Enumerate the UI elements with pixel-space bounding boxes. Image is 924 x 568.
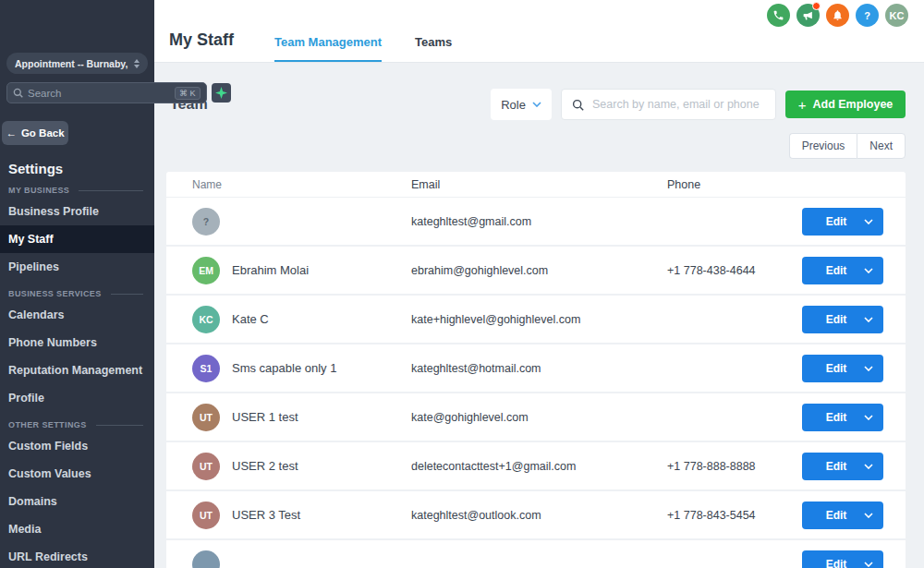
chevron-down-icon	[864, 415, 873, 420]
megaphone-icon-button[interactable]	[796, 4, 820, 27]
table-row: UT USER 2 test deletecontacttest+1@gmail…	[166, 442, 906, 491]
plus-icon: +	[798, 98, 807, 112]
sidebar-search-input[interactable]	[28, 88, 170, 99]
bell-icon-button[interactable]	[826, 4, 849, 27]
sidebar-item-media[interactable]: Media	[0, 515, 154, 543]
edit-button[interactable]: Edit	[802, 257, 883, 284]
sidebar-item-custom-values[interactable]: Custom Values	[0, 460, 154, 488]
staff-email: kateghltest@hotmail.com	[411, 362, 667, 375]
settings-title: Settings	[8, 161, 154, 176]
tab-team-management[interactable]: Team Management	[274, 35, 382, 62]
search-icon	[13, 88, 23, 98]
edit-button[interactable]: Edit	[802, 453, 883, 480]
table-body: ? kateghltest@gmail.com Edit EM Ebrahim …	[166, 198, 906, 568]
column-header-phone: Phone	[667, 178, 802, 191]
go-back-button[interactable]: ← Go Back	[2, 121, 68, 145]
row-avatar: EM	[192, 257, 220, 284]
content-area: Team Role + Add Employee	[154, 63, 924, 568]
edit-button[interactable]: Edit	[802, 550, 883, 568]
edit-button[interactable]: Edit	[802, 355, 883, 382]
staff-email: kate+highlevel@gohighlevel.com	[411, 313, 667, 326]
chevron-down-icon	[864, 562, 873, 567]
next-button[interactable]: Next	[857, 133, 906, 159]
chevron-down-icon	[864, 317, 873, 322]
staff-email: kateghltest@outlook.com	[411, 509, 667, 522]
sidebar-item-pipelines[interactable]: Pipelines	[0, 253, 154, 281]
row-avatar: ?	[192, 208, 220, 236]
tab-teams[interactable]: Teams	[415, 35, 452, 62]
table-row: UT USER 1 test kate@gohighlevel.com Edit	[166, 393, 906, 442]
chevron-down-icon	[864, 513, 873, 518]
staff-name: USER 3 Test	[232, 508, 300, 522]
sparkle-icon	[215, 87, 227, 99]
keyboard-shortcut-badge: ⌘ K	[175, 87, 201, 100]
table-row: EM Ebrahim Molai ebrahim@gohighlevel.com…	[166, 247, 906, 296]
sidebar-sections: MY BUSINESSBusiness ProfileMy StaffPipel…	[0, 186, 154, 568]
sidebar-item-business-profile[interactable]: Business Profile	[0, 198, 154, 225]
row-avatar	[192, 550, 220, 568]
sidebar-item-custom-fields[interactable]: Custom Fields	[0, 432, 154, 460]
sidebar-item-phone-numbers[interactable]: Phone Numbers	[0, 329, 154, 357]
search-icon	[572, 99, 584, 111]
staff-email: ebrahim@gohighlevel.com	[411, 264, 667, 277]
employee-search-input[interactable]	[592, 98, 765, 111]
sidebar-item-calendars[interactable]: Calendars	[0, 301, 154, 329]
help-icon: ?	[864, 10, 870, 21]
pagination: Previous Next	[166, 133, 906, 159]
table-row: UT USER 3 Test kateghltest@outlook.com +…	[166, 491, 906, 540]
app-window: Appointment -- Burnaby, ... ⌘ K ← Go Bac…	[0, 0, 924, 568]
employee-search[interactable]	[561, 89, 776, 120]
help-icon-button[interactable]: ?	[856, 4, 879, 27]
chevron-down-icon	[532, 102, 541, 107]
megaphone-icon	[802, 9, 814, 21]
row-avatar: UT	[192, 453, 220, 480]
role-filter-dropdown[interactable]: Role	[491, 89, 552, 120]
sidebar-item-domains[interactable]: Domains	[0, 488, 154, 515]
row-avatar: KC	[192, 306, 220, 333]
section-divider	[111, 294, 143, 295]
updown-chevron-icon	[134, 59, 140, 68]
chevron-down-icon	[864, 219, 873, 224]
staff-phone: +1 778-438-4644	[667, 264, 802, 277]
notification-dot	[812, 2, 821, 10]
edit-button[interactable]: Edit	[802, 502, 883, 529]
sidebar-section-label: BUSINESS SERVICES	[0, 289, 154, 298]
staff-name: USER 1 test	[232, 410, 298, 424]
section-divider	[79, 190, 143, 191]
staff-name: USER 2 test	[232, 459, 298, 473]
toolbar-controls: Role + Add Employee	[491, 89, 906, 120]
table-row: KC Kate C kate+highlevel@gohighlevel.com…	[166, 296, 906, 344]
previous-button[interactable]: Previous	[789, 133, 857, 159]
header-icons: ? KC	[767, 4, 908, 27]
column-header-email: Email	[411, 178, 667, 191]
row-avatar: S1	[192, 355, 220, 382]
ai-sparkle-button[interactable]	[212, 83, 231, 103]
table-row: S1 Sms capable only 1 kateghltest@hotmai…	[166, 344, 906, 393]
phone-icon-button[interactable]	[767, 4, 790, 27]
edit-button[interactable]: Edit	[802, 404, 883, 431]
staff-email: kate@gohighlevel.com	[411, 411, 667, 424]
sidebar-item-url-redirects[interactable]: URL Redirects	[0, 543, 154, 568]
back-arrow-icon: ←	[6, 127, 17, 139]
sidebar-item-my-staff[interactable]: My Staff	[0, 225, 154, 253]
edit-button[interactable]: Edit	[802, 306, 883, 333]
location-selector[interactable]: Appointment -- Burnaby, ...	[6, 53, 148, 74]
chevron-down-icon	[864, 464, 873, 469]
row-avatar: UT	[192, 502, 220, 529]
add-employee-button[interactable]: + Add Employee	[785, 91, 906, 118]
add-employee-label: Add Employee	[812, 98, 893, 111]
sidebar-item-reputation-management[interactable]: Reputation Management	[0, 357, 154, 384]
role-filter-label: Role	[501, 98, 526, 112]
sidebar-item-profile[interactable]: Profile	[0, 384, 154, 412]
location-selector-label: Appointment -- Burnaby, ...	[15, 58, 130, 69]
user-avatar-initials: KC	[890, 10, 905, 21]
edit-button[interactable]: Edit	[802, 208, 883, 236]
staff-phone: +1 778-888-8888	[667, 460, 802, 473]
staff-email: kateghltest@gmail.com	[411, 215, 667, 228]
sidebar-search[interactable]: ⌘ K	[6, 82, 207, 103]
row-avatar: UT	[192, 404, 220, 431]
sidebar-section-label: OTHER SETTINGS	[0, 420, 154, 429]
user-avatar[interactable]: KC	[885, 4, 908, 27]
top-header: ? KC My Staff Team Management Teams	[154, 0, 924, 63]
bell-icon	[832, 9, 844, 21]
